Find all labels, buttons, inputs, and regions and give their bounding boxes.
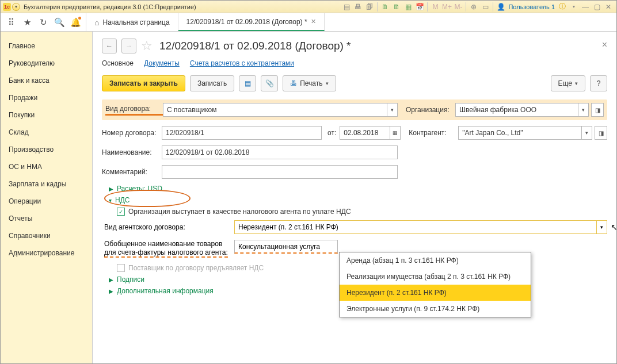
nav-back-button[interactable]: ← bbox=[102, 39, 117, 53]
sidebar-item[interactable]: Покупки bbox=[1, 106, 92, 124]
tab-home[interactable]: ⌂ Начальная страница bbox=[86, 13, 178, 31]
favorite-star-icon[interactable]: ☆ bbox=[141, 39, 153, 53]
more-button[interactable]: Еще▾ bbox=[551, 75, 585, 91]
form-icon-button[interactable]: ▤ bbox=[239, 75, 256, 91]
clipboard-icon[interactable]: 🗐 bbox=[364, 2, 375, 12]
from-date-picker-icon[interactable]: ▦ bbox=[390, 126, 401, 140]
contr-dropdown-icon[interactable]: ▾ bbox=[582, 126, 592, 140]
attach-button[interactable]: 📎 bbox=[261, 75, 278, 91]
sidebar-item[interactable]: Руководителю bbox=[1, 55, 92, 72]
expand-calc[interactable]: ▶ Расчеты: USD bbox=[109, 185, 607, 193]
minimize-icon[interactable]: — bbox=[580, 2, 591, 12]
tab-close-icon[interactable]: ✕ bbox=[311, 18, 316, 25]
subtabs: Основное Документы Счета расчетов с конт… bbox=[102, 59, 607, 67]
sidebar-item[interactable]: Склад bbox=[1, 124, 92, 141]
sidebar-item[interactable]: Зарплата и кадры bbox=[1, 175, 92, 193]
from-label: от: bbox=[327, 129, 336, 137]
supplier-vat-label: Поставщик по договору предъявляет НДС bbox=[128, 264, 264, 272]
print-button[interactable]: 🖶Печать▾ bbox=[283, 75, 336, 91]
user-name[interactable]: Пользователь 1 bbox=[508, 3, 555, 10]
calc-icon[interactable]: ▦ bbox=[403, 2, 413, 12]
name-label: Наименование: bbox=[102, 148, 162, 156]
save-button[interactable]: Записать bbox=[190, 75, 234, 91]
sidebar-item[interactable]: Операции bbox=[1, 193, 92, 210]
help-button[interactable]: ? bbox=[590, 75, 607, 91]
m-minus-icon[interactable]: M- bbox=[453, 2, 463, 12]
expand-nds[interactable]: ▾ НДС bbox=[109, 196, 130, 204]
print-preview-icon[interactable]: ▤ bbox=[341, 2, 352, 12]
goods-input[interactable]: Консультационная услуга bbox=[234, 240, 338, 254]
org-dropdown-icon[interactable]: ▾ bbox=[578, 103, 589, 117]
page-close-icon[interactable]: × bbox=[602, 40, 607, 50]
apps-icon[interactable]: ⠿ bbox=[3, 14, 19, 30]
windows-icon[interactable]: ▭ bbox=[480, 2, 490, 12]
window-titlebar: 1c ▾ Бухгалтерия предприятия, редакция 3… bbox=[1, 1, 616, 13]
home-icon: ⌂ bbox=[94, 18, 99, 27]
calendar-icon[interactable]: 📅 bbox=[414, 2, 425, 12]
comment-input[interactable] bbox=[162, 165, 398, 179]
agent-type-label: Вид агентского договора: bbox=[104, 223, 234, 231]
save-close-button[interactable]: Записать и закрыть bbox=[102, 75, 185, 91]
titlebar-menu-dropdown[interactable]: ▾ bbox=[12, 3, 20, 11]
org-open-icon[interactable]: ◨ bbox=[591, 103, 604, 117]
tax-agent-checkbox[interactable]: ✓ bbox=[117, 208, 125, 216]
sidebar-item[interactable]: Банк и касса bbox=[1, 72, 92, 89]
dropdown-option-selected[interactable]: Нерезидент (п. 2 ст.161 НК РФ) bbox=[340, 285, 531, 301]
zoom-icon[interactable]: ⊕ bbox=[469, 2, 479, 12]
dropdown-option[interactable]: Электронные услуги (п. 9 ст.174.2 НК РФ) bbox=[340, 301, 531, 317]
sidebar-item[interactable]: Отчеты bbox=[1, 210, 92, 227]
tab-contract[interactable]: 12/020918/1 от 02.09.2018 (Договор) * ✕ bbox=[178, 13, 325, 31]
sidebar-item[interactable]: Администрирование bbox=[1, 244, 92, 262]
info-dropdown-icon[interactable]: ▾ bbox=[569, 2, 579, 12]
action-bar: Записать и закрыть Записать ▤ 📎 🖶Печать▾… bbox=[102, 75, 607, 91]
chevron-right-icon: ▶ bbox=[109, 288, 113, 294]
comment-label: Комментарий: bbox=[102, 168, 162, 176]
contract-type-dropdown-icon[interactable]: ▾ bbox=[387, 103, 398, 117]
app-toolbar: ⠿ ★ ↻ 🔍 🔔 ⌂ Начальная страница 12/020918… bbox=[1, 13, 616, 32]
dropdown-option[interactable]: Реализация имущества (абзац 2 п. 3 ст.16… bbox=[340, 269, 531, 285]
doc-icon[interactable]: 🗎 bbox=[380, 2, 390, 12]
supplier-vat-checkbox[interactable]: ✓ bbox=[117, 264, 125, 272]
dropdown-option[interactable]: Аренда (абзац 1 п. 3 ст.161 НК РФ) bbox=[340, 252, 531, 269]
window-title: Бухгалтерия предприятия, редакция 3.0 (1… bbox=[24, 3, 196, 10]
sidebar-item[interactable]: Справочники bbox=[1, 227, 92, 244]
num-input[interactable]: 12/020918/1 bbox=[162, 126, 322, 140]
tax-agent-label: Организация выступает в качестве налогов… bbox=[128, 208, 351, 216]
nav-forward-button[interactable]: → bbox=[121, 39, 136, 53]
sidebar: Главное Руководителю Банк и касса Продаж… bbox=[1, 32, 93, 364]
tab-home-label: Начальная страница bbox=[102, 18, 169, 26]
subtab-main[interactable]: Основное bbox=[102, 59, 134, 67]
maximize-icon[interactable]: ▢ bbox=[592, 2, 602, 12]
history-icon[interactable]: ↻ bbox=[35, 14, 51, 30]
info-icon[interactable]: ⓘ bbox=[557, 2, 568, 12]
favorites-icon[interactable]: ★ bbox=[19, 14, 35, 30]
from-date-input[interactable]: 02.08.2018 bbox=[340, 126, 390, 140]
chevron-right-icon: ▶ bbox=[109, 186, 113, 192]
chevron-down-icon: ▾ bbox=[109, 197, 112, 204]
sidebar-item[interactable]: Главное bbox=[1, 37, 92, 55]
m-plus-icon[interactable]: M+ bbox=[441, 2, 452, 12]
send-icon[interactable]: 🗎 bbox=[391, 2, 402, 12]
sidebar-item[interactable]: ОС и НМА bbox=[1, 158, 92, 175]
name-input[interactable]: 12/020918/1 от 02.08.2018 bbox=[162, 145, 398, 159]
print-icon[interactable]: 🖶 bbox=[353, 2, 363, 12]
sidebar-item[interactable]: Продажи bbox=[1, 89, 92, 106]
agent-type-dropdown-icon[interactable]: ▾ bbox=[596, 221, 607, 233]
mouse-cursor-icon: ↖ bbox=[611, 223, 617, 232]
num-label: Номер договора: bbox=[102, 129, 162, 137]
contract-type-select[interactable]: С поставщиком bbox=[163, 103, 387, 117]
close-window-icon[interactable]: ✕ bbox=[603, 2, 614, 12]
goods-label-2: для счета-фактуры налогового агента: bbox=[104, 248, 234, 257]
contr-open-icon[interactable]: ◨ bbox=[595, 126, 607, 140]
subtab-docs[interactable]: Документы bbox=[144, 59, 180, 67]
subtab-accounts[interactable]: Счета расчетов с контрагентами bbox=[190, 59, 294, 67]
agent-type-select[interactable]: Нерезидент (п. 2 ст.161 НК РФ) ▾ bbox=[234, 220, 607, 234]
m-icon[interactable]: M bbox=[430, 2, 440, 12]
content-area: × ← → ☆ 12/020918/1 от 02.09.2018 (Догов… bbox=[93, 32, 616, 364]
search-icon[interactable]: 🔍 bbox=[51, 14, 67, 30]
sidebar-item[interactable]: Производство bbox=[1, 141, 92, 158]
contr-select[interactable]: "Art Japan Co., Ltd" bbox=[458, 126, 582, 140]
org-select[interactable]: Швейная фабрика ООО bbox=[455, 103, 578, 117]
chevron-right-icon: ▶ bbox=[109, 277, 113, 283]
notifications-icon[interactable]: 🔔 bbox=[67, 14, 83, 30]
